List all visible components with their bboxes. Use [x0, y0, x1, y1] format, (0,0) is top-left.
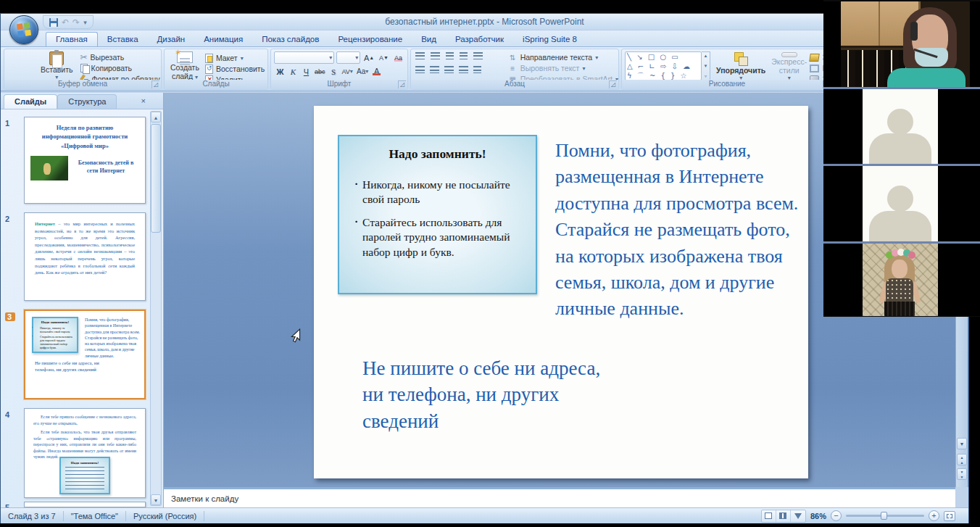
status-slide-indicator[interactable]: Слайд 3 из 7 — [1, 511, 64, 521]
current-slide-canvas[interactable]: Надо запомнить! Никогда, никому не посыл… — [314, 106, 808, 478]
shape-fill-icon — [809, 54, 820, 62]
italic-button[interactable]: К — [287, 65, 299, 78]
zoom-level[interactable]: 86% — [810, 512, 826, 520]
slide-sorter-button[interactable] — [776, 510, 791, 522]
tab-slideshow[interactable]: Показ слайдов — [252, 33, 328, 46]
arrange-icon — [733, 52, 749, 66]
office-logo-icon — [17, 22, 31, 37]
zoom-in-button[interactable]: + — [929, 510, 939, 521]
shrink-font-button[interactable]: А▼ — [378, 51, 390, 64]
zoom-slider[interactable] — [846, 515, 924, 517]
columns-icon[interactable] — [473, 66, 481, 73]
change-case-button[interactable]: Аа▾ — [355, 65, 370, 78]
paste-button[interactable]: Вставить▾ — [38, 51, 76, 81]
view-switcher — [761, 510, 806, 523]
arrange-button[interactable]: Упорядочить▾ — [713, 51, 768, 82]
fit-to-window-button[interactable] — [944, 511, 955, 521]
pane-scroll-thumb[interactable] — [151, 124, 161, 233]
status-theme[interactable]: "Тема Office" — [64, 511, 126, 521]
pane-tab-outline[interactable]: Структура — [57, 94, 117, 109]
pane-scroll-up-icon[interactable]: ▲ — [151, 112, 161, 123]
shape-outline-icon — [810, 65, 819, 72]
slide-main-text[interactable]: Помни, что фотография, размещенная в Инт… — [555, 138, 809, 323]
zoom-slider-thumb[interactable] — [881, 512, 887, 520]
text-shadow-button[interactable]: S — [328, 65, 340, 78]
webcam-tile-participant-2[interactable] — [823, 89, 980, 164]
decrease-indent-icon[interactable] — [446, 52, 454, 59]
font-size-select[interactable]: ▾ — [336, 51, 360, 64]
pane-tab-slides[interactable]: Слайды — [4, 94, 57, 109]
bullets-icon[interactable] — [415, 52, 425, 59]
shapes-gallery-scroll[interactable]: ▲▼▿ — [702, 51, 710, 80]
webcam-tile-participant-4[interactable] — [823, 244, 980, 316]
slide-bottom-text[interactable]: Не пишите о себе ни адреса, ни телефона,… — [362, 355, 602, 434]
group-label-font: Шрифт — [271, 80, 407, 89]
webcam-tile-presenter[interactable] — [823, 1, 980, 87]
previous-slide-button[interactable]: ▲▲ — [957, 454, 967, 465]
cut-button[interactable]: ✂ Вырезать — [80, 52, 160, 62]
font-color-button[interactable]: А — [370, 65, 383, 78]
layout-button[interactable]: Макет▾ — [205, 53, 265, 63]
copy-icon — [80, 64, 88, 72]
notes-pane[interactable]: Заметки к слайду — [164, 487, 955, 507]
font-dialog-launcher-icon[interactable]: ◿ — [398, 80, 406, 88]
slide-1-thumbnail[interactable]: Неделя по развитию информационной грамот… — [24, 117, 146, 204]
slide-4-thumbnail[interactable]: Если тебе пришло сообщение с незнакомого… — [24, 408, 146, 498]
pane-scroll-down-icon[interactable]: ▼ — [151, 494, 161, 505]
slide-5-thumbnail[interactable] — [24, 502, 146, 507]
slides-pane: Слайды Структура × 1 Неделя по развитию … — [1, 93, 164, 507]
remember-box[interactable]: Надо запомнить! Никогда, никому не посыл… — [338, 135, 537, 294]
clear-formatting-button[interactable]: Аа — [392, 51, 404, 64]
align-center-icon[interactable] — [430, 66, 439, 73]
tab-insert[interactable]: Вставка — [98, 33, 148, 46]
slides-pane-scrollbar[interactable]: ▲ ▼ — [150, 111, 162, 506]
reset-button[interactable]: Восстановить — [205, 64, 265, 74]
bold-button[interactable]: Ж — [274, 65, 286, 78]
tab-ispring[interactable]: iSpring Suite 8 — [513, 33, 586, 46]
tab-developer[interactable]: Разработчик — [446, 33, 513, 46]
slide-3-thumbnail[interactable]: Надо запомнить! Никогда, никому не посыл… — [24, 310, 146, 399]
copy-button[interactable]: Копировать — [80, 63, 160, 73]
tab-review[interactable]: Рецензирование — [328, 33, 412, 46]
editor-scroll-down-icon[interactable]: ▼ — [957, 438, 967, 449]
strikethrough-button[interactable]: abc — [313, 65, 327, 78]
slide-1-subtitle: Безопасность детей в сети Интернет — [72, 156, 139, 180]
new-slide-button[interactable]: Создатьслайд ▾ — [167, 51, 202, 81]
clipboard-dialog-launcher-icon[interactable]: ◿ — [151, 80, 159, 88]
webcam-tile-participant-3[interactable] — [823, 166, 980, 241]
normal-view-button[interactable] — [762, 510, 776, 522]
tab-design[interactable]: Дизайн — [148, 33, 195, 46]
zoom-out-button[interactable]: − — [831, 510, 842, 521]
slide-2-lead: Интернет — [35, 221, 55, 226]
slideshow-button[interactable] — [791, 510, 805, 522]
avatar-placeholder — [863, 166, 938, 241]
flower-crown — [886, 249, 915, 258]
presenter-video — [841, 1, 970, 87]
align-right-icon[interactable] — [444, 66, 454, 73]
paragraph-dialog-launcher-icon[interactable]: ◿ — [609, 80, 617, 88]
text-direction-button[interactable]: ⇅ Направление текста▾ — [508, 52, 618, 62]
tab-animation[interactable]: Анимация — [194, 33, 252, 46]
align-text-button[interactable]: ≡ Выровнять текст▾ — [508, 63, 618, 73]
slide-2-thumbnail[interactable]: Интернет – это мир интересных и полезных… — [24, 212, 146, 301]
numbering-icon[interactable] — [431, 52, 440, 59]
underline-button[interactable]: Ч — [300, 65, 312, 78]
tab-home[interactable]: Главная — [46, 32, 98, 46]
next-slide-button[interactable]: ▼▼ — [957, 468, 967, 480]
quick-styles-button[interactable]: Экспресс-стили▾ — [768, 51, 810, 82]
grow-font-button[interactable]: А▲ — [362, 51, 375, 64]
tab-view[interactable]: Вид — [412, 33, 446, 46]
font-name-select[interactable]: ▾ — [274, 51, 334, 64]
increase-indent-icon[interactable] — [460, 52, 468, 59]
slide-4-number: 4 — [5, 410, 15, 419]
status-language[interactable]: Русский (Россия) — [126, 511, 204, 521]
remember-bullet-1: Никогда, никому не посылайте свой пароль — [362, 178, 523, 207]
character-spacing-button[interactable]: AV▾ — [341, 65, 354, 78]
slide-1-image — [30, 156, 68, 180]
align-left-icon[interactable] — [415, 66, 425, 73]
line-spacing-icon[interactable] — [473, 52, 483, 59]
shapes-gallery[interactable]: ╲ ↘ □ ○ ▭ △ ⌐ ∟ ⇨ ⇩ ☁ ϟ ⌒ ~ { } ☆ — [625, 51, 702, 80]
justify-icon[interactable] — [459, 66, 468, 73]
office-button[interactable] — [9, 15, 38, 44]
close-pane-icon[interactable]: × — [141, 96, 146, 105]
